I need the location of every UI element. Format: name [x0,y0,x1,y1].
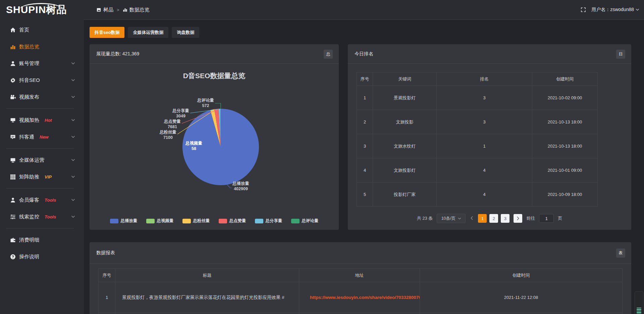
sidebar-item-首页[interactable]: 首页 [0,21,84,38]
video-link[interactable]: https://www.iesdouyin.com/share/video/70… [310,295,420,300]
pie-label-总分享量: 总分享量3049 [172,108,189,119]
chevron-down-icon [636,8,639,11]
pie-label-总评论量: 总评论量572 [197,98,214,109]
table-cell: 景观投影灯 [373,86,437,110]
pie-label-name: 总评论量 [197,98,214,103]
ranking-table: 序号关键词排名创建时间 1景观投影灯32021-10-02 09:002文旅投影… [357,72,598,207]
breadcrumb-separator: > [117,7,119,12]
app-root: SHUPIN树品 树品 > 数据总览 用户名：zswodun88 [0,0,644,314]
sidebar-item-视频加热[interactable]: 视频加热Hot [0,112,84,128]
table-cell-url: https://www.iesdouyin.com/share/video/70… [299,282,420,313]
page-button-1[interactable]: 1 [478,214,487,223]
pie-chart-area: D音SEO数据量总览 总播放量402909总视频量58总粉丝量7100总点赞量7… [90,64,339,230]
legend-item-总评论量[interactable]: 总评论量 [291,218,319,224]
chevron-left-icon [470,216,473,220]
pie-label-value: 7100 [160,135,176,140]
sidebar-item-操作说明[interactable]: 操作说明 [0,248,84,265]
chevron-down-icon [71,215,75,218]
pagination: 共 23 条 10条/页 123 前往 页 [348,214,631,223]
fullscreen-icon[interactable] [581,7,586,12]
table-cell: 2021-10-02 09:00 [532,86,598,110]
sidebar-item-矩阵助推[interactable]: 矩阵助推VIP [0,168,84,185]
sidebar-divider [6,148,74,149]
table-row: 3文旅水纹灯12021-10-13 18:00 [357,134,598,158]
user-menu[interactable]: 用户名：zswodun88 [591,7,639,13]
tab-抖音seo数据[interactable]: 抖音seo数据 [90,27,124,38]
tab-询盘数据[interactable]: 询盘数据 [172,27,199,38]
sidebar-item-label: 全媒体运营 [19,157,44,163]
chart-legend: 总播放量总视频量总粉丝量总点赞量总分享量总评论量 [90,218,339,224]
legend-label: 总评论量 [302,218,319,224]
sidebar-item-label: 操作说明 [19,254,39,260]
sidebar-item-label: 数据总览 [19,44,39,50]
page-size-select[interactable]: 10条/页 [437,214,466,223]
legend-item-总分享量[interactable]: 总分享量 [255,218,282,224]
pie-chart[interactable] [90,64,339,230]
sidebar-item-label: 线索监控 [19,214,39,220]
sidebar-item-badge: VIP [45,174,52,179]
monitor-icon [10,157,16,163]
table-cell: 3 [357,134,373,158]
page-unit-label: 页 [558,215,562,221]
sidebar-divider [6,108,74,109]
legend-label: 总分享量 [266,218,282,224]
user-icon [10,61,16,66]
table-row: 5投影灯厂家42021-10-09 18:00 [357,182,598,207]
sidebar-item-账号管理[interactable]: 账号管理 [0,55,84,72]
table-cell: 4 [437,182,532,207]
label-leader-line [215,103,221,109]
legend-item-总播放量[interactable]: 总播放量 [110,218,138,224]
sidebar-item-数据总览[interactable]: 数据总览 [0,38,84,55]
question-icon [10,254,16,260]
chart-title: D音SEO数据量总览 [90,71,339,81]
legend-label: 总播放量 [121,218,138,224]
report-card-title: 数据报表 [96,250,115,256]
pie-label-name: 总点赞量 [164,119,181,124]
sidebar-item-视频发布[interactable]: 视频发布 [0,89,84,105]
video-camera-icon [10,94,16,100]
tab-全媒体运营数据[interactable]: 全媒体运营数据 [128,27,168,38]
table-cell: 2021-10-13 18:00 [532,134,598,158]
column-header-排名: 排名 [437,72,532,86]
table-cell: 2021-10-01 09:00 [532,158,598,182]
legend-swatch [291,219,300,223]
bar-chart-icon [123,7,127,12]
column-header-关键词: 关键词 [373,72,437,86]
floating-widget[interactable] [635,291,643,314]
data-report-card: 数据报表 表 序号标题地址创建时间 1景观投影灯，夜游景观投影灯厂家展示展示落花… [90,242,631,314]
table-badge-button[interactable]: 表 [616,249,625,258]
sliders-icon [10,214,16,220]
breadcrumb-root[interactable]: 树品 [96,7,113,13]
legend-item-总点赞量[interactable]: 总点赞量 [219,218,246,224]
page-buttons: 123 [478,214,509,223]
table-cell: 3 [437,86,532,110]
pie-label-value: 58 [185,146,202,151]
goto-page-input[interactable] [539,214,554,223]
prev-page-button[interactable] [470,216,474,221]
sidebar-item-线索监控[interactable]: 线索监控Tools [0,208,84,225]
sidebar-item-抖客通[interactable]: 抖客通New [0,128,84,145]
sidebar-item-抖音SEO[interactable]: 抖音SEO [0,72,84,89]
chevron-right-icon [517,216,520,220]
sidebar-item-label: 视频加热 [19,117,39,123]
page-button-3[interactable]: 3 [501,214,509,223]
table-cell: 2021-10-13 18:00 [532,110,598,134]
legend-label: 总粉丝量 [193,218,210,224]
day-badge-button[interactable]: 日 [616,50,625,59]
table-row: 2文旅投影32021-10-13 18:00 [357,110,598,134]
sidebar-item-消费明细[interactable]: 消费明细 [0,231,84,248]
sidebar-item-label: 账号管理 [19,60,39,67]
sidebar-item-全媒体运营[interactable]: 全媒体运营 [0,152,84,168]
total-badge-button[interactable]: 总 [324,50,333,59]
sidebar-item-会员爆客[interactable]: 会员爆客Tools [0,192,84,208]
page-button-2[interactable]: 2 [489,214,498,223]
legend-swatch [146,219,155,223]
chevron-down-icon [71,199,75,201]
chevron-down-icon [458,217,461,220]
next-page-button[interactable] [514,214,522,223]
legend-item-总粉丝量[interactable]: 总粉丝量 [182,218,210,224]
table-cell-created: 2021-11-22 12:08 [420,282,623,313]
legend-swatch [182,219,191,223]
sidebar-item-badge: Tools [45,198,56,203]
legend-item-总视频量[interactable]: 总视频量 [146,218,174,224]
